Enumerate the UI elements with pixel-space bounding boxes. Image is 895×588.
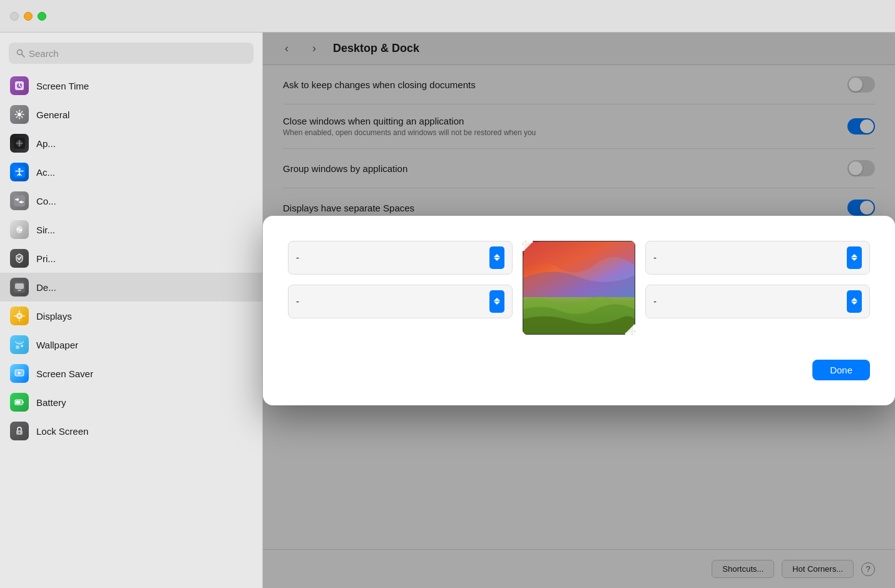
spinner-value: - — [653, 252, 657, 263]
spinner-down-icon — [494, 258, 500, 261]
sidebar-item-label: Wallpaper — [36, 340, 78, 350]
spinner-increment-bottom-left[interactable] — [489, 290, 504, 313]
spinner-up-icon — [494, 254, 500, 257]
spinner-down-icon — [851, 302, 857, 305]
modal-right-column: - - — [645, 241, 870, 335]
sidebar-item-privacy[interactable]: Pri... — [0, 244, 262, 273]
svg-point-26 — [16, 345, 19, 349]
svg-rect-11 — [14, 195, 25, 206]
sidebar-item-wallpaper[interactable]: Wallpaper — [0, 330, 262, 359]
sidebar-item-label: De... — [36, 282, 56, 293]
spinner-up-icon — [851, 298, 857, 301]
maximize-button[interactable] — [38, 12, 46, 21]
sidebar-item-screensaver[interactable]: Screen Saver — [0, 359, 262, 388]
sidebar-item-label: Displays — [36, 311, 72, 322]
sidebar-item-label: General — [36, 109, 69, 120]
svg-rect-31 — [23, 402, 24, 403]
sidebar: Search Screen Time General — [0, 33, 263, 588]
modal-footer: Done — [288, 360, 870, 380]
desktop-icon — [10, 278, 29, 297]
screensaver-icon — [10, 364, 29, 383]
modal-dialog: - - — [263, 216, 895, 405]
spinner-up-icon — [494, 298, 500, 301]
battery-icon — [10, 393, 29, 412]
sidebar-item-label: Ap... — [36, 138, 56, 149]
modal-overlay: - - — [263, 33, 895, 588]
search-placeholder: Search — [29, 48, 59, 59]
spinner-down-icon — [494, 302, 500, 305]
svg-rect-19 — [18, 290, 21, 291]
close-button[interactable] — [10, 12, 19, 21]
spinner-top-left: - — [288, 241, 513, 275]
lockscreen-icon — [10, 422, 29, 440]
spinner-value: - — [653, 296, 657, 307]
spinner-value: - — [296, 252, 299, 263]
done-button[interactable]: Done — [812, 360, 870, 380]
spinner-increment-top-left[interactable] — [489, 246, 504, 269]
sidebar-item-label: Ac... — [36, 167, 55, 178]
spinner-increment-top-right[interactable] — [847, 246, 862, 269]
sidebar-item-appearance[interactable]: Ap... — [0, 129, 262, 158]
content-area: Search Screen Time General — [0, 33, 895, 588]
traffic-lights — [10, 12, 46, 21]
siri-icon — [10, 220, 29, 239]
sidebar-item-label: Battery — [36, 397, 66, 408]
sidebar-item-battery[interactable]: Battery — [0, 388, 262, 417]
search-bar[interactable]: Search — [9, 43, 253, 64]
spinner-down-icon — [851, 258, 857, 261]
wallpaper-icon — [10, 335, 29, 354]
svg-point-21 — [18, 315, 21, 317]
modal-grid: - - — [288, 241, 870, 335]
search-icon — [16, 49, 25, 58]
sidebar-item-desktop[interactable]: De... — [0, 273, 262, 302]
sidebar-item-siri[interactable]: Sir... — [0, 215, 262, 244]
sidebar-item-screen-time[interactable]: Screen Time — [0, 71, 262, 100]
sidebar-item-lockscreen[interactable]: Lock Screen — [0, 417, 262, 445]
sidebar-item-label: Co... — [36, 196, 56, 206]
svg-rect-32 — [16, 401, 21, 404]
sidebar-item-label: Sir... — [36, 225, 55, 235]
modal-left-column: - - — [288, 241, 513, 335]
minimize-button[interactable] — [24, 12, 33, 21]
privacy-icon — [10, 249, 29, 268]
sidebar-items: Screen Time General Ap... — [0, 71, 262, 588]
displays-icon — [10, 307, 29, 325]
svg-rect-18 — [15, 283, 24, 289]
sidebar-item-label: Screen Time — [36, 81, 89, 91]
spinner-bottom-left: - — [288, 285, 513, 318]
appearance-icon — [10, 134, 29, 153]
sidebar-item-accessibility[interactable]: Ac... — [0, 158, 262, 186]
svg-line-1 — [22, 54, 25, 58]
window: Search Screen Time General — [0, 0, 895, 588]
svg-point-6 — [18, 113, 21, 116]
sidebar-item-label: Screen Saver — [36, 368, 93, 379]
sidebar-item-control[interactable]: Co... — [0, 186, 262, 215]
spinner-up-icon — [851, 254, 857, 257]
spinner-value: - — [296, 296, 299, 307]
spinner-top-right: - — [645, 241, 870, 275]
spinner-increment-bottom-right[interactable] — [847, 290, 862, 313]
control-icon — [10, 191, 29, 210]
svg-point-10 — [18, 168, 21, 171]
screen-time-icon — [10, 76, 29, 95]
titlebar — [0, 0, 895, 33]
svg-point-27 — [21, 345, 23, 347]
general-icon — [10, 105, 29, 124]
sidebar-item-label: Lock Screen — [36, 426, 88, 437]
wallpaper-image — [523, 241, 635, 335]
wallpaper-thumbnail — [523, 241, 635, 335]
accessibility-icon — [10, 163, 29, 181]
sidebar-item-displays[interactable]: Displays — [0, 302, 262, 330]
sidebar-item-label: Pri... — [36, 253, 56, 264]
spinner-bottom-right: - — [645, 285, 870, 318]
svg-point-34 — [19, 432, 20, 433]
main-content: ‹ › Desktop & Dock Ask to keep changes w… — [263, 33, 895, 588]
corner-br-indicator — [625, 325, 635, 335]
sidebar-item-general[interactable]: General — [0, 100, 262, 129]
corner-tl-indicator — [523, 241, 533, 251]
